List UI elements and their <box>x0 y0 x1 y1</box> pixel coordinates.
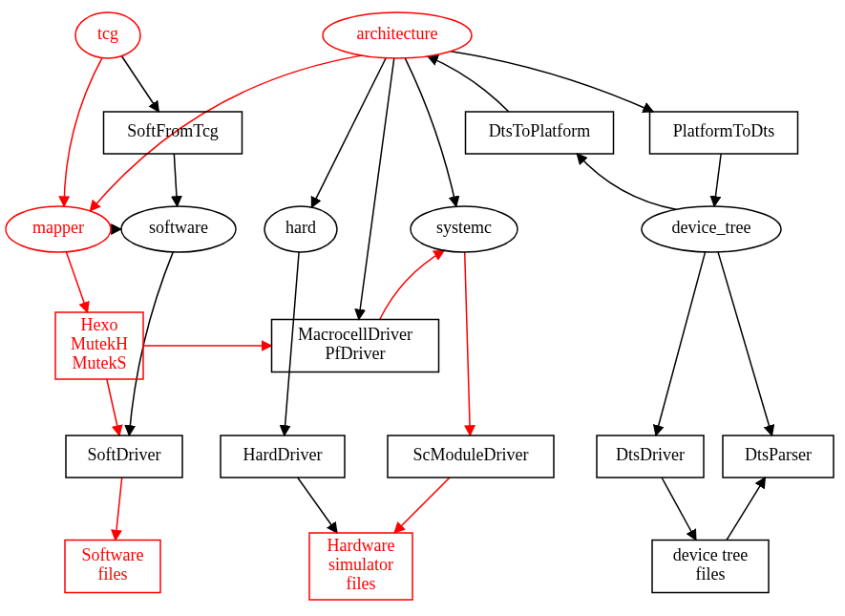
node-SoftwareFiles: Softwarefiles <box>65 541 160 593</box>
node-software: software <box>121 206 236 252</box>
node-HardDriver: HardDriver <box>221 435 345 478</box>
node-label-hard-line0: hard <box>285 218 316 237</box>
node-label-MacroPf-line1: PfDriver <box>326 344 386 363</box>
node-label-HardDriver-line0: HardDriver <box>243 445 323 464</box>
node-label-DtsDriver-line0: DtsDriver <box>616 445 685 464</box>
node-DtsParser: DtsParser <box>723 435 834 478</box>
node-label-MacroPf-line0: MacrocellDriver <box>298 325 412 344</box>
node-label-DeviceTreeFiles-line1: files <box>696 564 726 584</box>
edge-device_tree-to-DtsParser <box>718 252 772 435</box>
node-DtsToPlatform: DtsToPlatform <box>466 112 614 154</box>
edge-DtsToPlatform-to-architecture <box>428 56 509 112</box>
node-label-HexoMutek-line0: Hexo <box>81 315 118 334</box>
node-label-HexoMutek-line1: MutekH <box>71 334 128 353</box>
diagram-canvas: tcgarchitectureSoftFromTcgDtsToPlatformP… <box>0 0 845 616</box>
edge-device_tree-to-DtsToPlatform <box>577 154 676 209</box>
node-ScModuleDriver: ScModuleDriver <box>388 435 554 478</box>
node-label-SoftwareFiles-line0: Software <box>82 545 144 564</box>
edge-hard-to-HardDriver <box>285 252 299 435</box>
node-label-tcg-line0: tcg <box>97 24 118 43</box>
node-mapper: mapper <box>6 206 111 252</box>
node-label-HwSimFiles-line2: files <box>347 574 376 593</box>
edge-architecture-to-hard <box>311 58 386 207</box>
node-PlatformToDts: PlatformToDts <box>650 112 798 154</box>
node-label-SoftwareFiles-line1: files <box>98 564 128 584</box>
node-label-DtsToPlatform-line0: DtsToPlatform <box>489 121 591 140</box>
edge-DeviceTreeFiles-to-DtsParser <box>727 478 765 541</box>
node-SoftDriver: SoftDriver <box>66 435 182 478</box>
node-label-architecture-line0: architecture <box>357 24 438 43</box>
node-HwSimFiles: Hardwaresimulatorfiles <box>309 533 412 600</box>
node-label-PlatformToDts-line0: PlatformToDts <box>673 121 775 140</box>
edge-software-to-SoftDriver <box>129 252 173 435</box>
node-systemc: systemc <box>411 206 518 252</box>
node-label-DeviceTreeFiles-line0: device tree <box>673 545 748 564</box>
edge-architecture-to-PlatformToDts <box>451 52 653 112</box>
edge-architecture-to-systemc <box>405 58 456 206</box>
node-label-SoftDriver-line0: SoftDriver <box>88 445 161 464</box>
edge-PlatformToDts-to-device_tree <box>714 154 721 206</box>
node-HexoMutek: HexoMutekHMutekS <box>55 312 143 379</box>
edge-systemc-to-ScModuleDriver <box>465 252 471 435</box>
node-label-DtsParser-line0: DtsParser <box>745 445 812 464</box>
edge-DtsDriver-to-DeviceTreeFiles <box>662 478 696 541</box>
node-label-SoftFromTcg-line0: SoftFromTcg <box>127 121 219 140</box>
node-tcg: tcg <box>75 12 140 58</box>
edge-HardDriver-to-HwSimFiles <box>298 478 337 533</box>
node-hard: hard <box>264 206 337 252</box>
node-MacroPf: MacrocellDriverPfDriver <box>272 320 439 372</box>
edge-mapper-to-HexoMutek <box>66 252 87 312</box>
edge-SoftFromTcg-to-software <box>174 154 177 206</box>
node-label-mapper-line0: mapper <box>32 218 84 237</box>
edge-ScModuleDriver-to-HwSimFiles <box>394 478 450 533</box>
node-label-HwSimFiles-line1: simulator <box>328 555 393 574</box>
node-label-ScModuleDriver-line0: ScModuleDriver <box>413 445 529 464</box>
node-label-HwSimFiles-line0: Hardware <box>327 536 395 555</box>
edge-device_tree-to-DtsDriver <box>656 252 706 435</box>
node-device_tree: device_tree <box>642 206 781 252</box>
edge-MacroPf-to-systemc <box>380 250 444 319</box>
edge-architecture-to-MacroPf <box>359 58 394 320</box>
node-label-HexoMutek-line2: MutekS <box>72 353 126 372</box>
node-label-device_tree-line0: device_tree <box>672 218 751 237</box>
edge-SoftDriver-to-SoftwareFiles <box>116 478 122 541</box>
edge-HexoMutek-to-SoftDriver <box>107 379 119 435</box>
node-architecture: architecture <box>323 12 472 58</box>
edge-tcg-to-SoftFromTcg <box>121 56 158 112</box>
node-DeviceTreeFiles: device treefiles <box>652 541 769 593</box>
edge-tcg-to-mapper <box>64 58 102 207</box>
node-label-systemc-line0: systemc <box>436 218 492 237</box>
node-label-software-line0: software <box>149 218 208 237</box>
node-SoftFromTcg: SoftFromTcg <box>104 112 243 154</box>
node-DtsDriver: DtsDriver <box>597 435 704 478</box>
